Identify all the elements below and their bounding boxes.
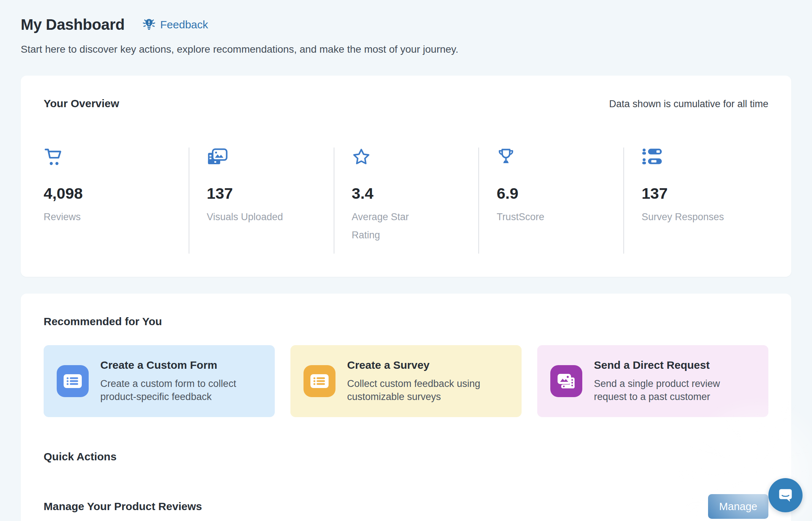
stat-value: 137 [207,185,325,202]
cart-icon [44,148,64,166]
page-header: My Dashboard Feedback Start here to [21,16,791,55]
star-icon [352,148,371,166]
lightbulb-feedback-icon [141,17,157,32]
stat-label: Visuals Uploaded [207,208,325,226]
stat-value: 137 [642,185,760,202]
film-image-icon [207,148,228,167]
form-list-icon [310,374,329,388]
tile-title: Send a Direct Request [594,359,739,371]
form-list-icon [63,374,82,388]
recommendation-tiles: Create a Custom Form Create a custom for… [44,345,768,417]
stat-trustscore: 6.9 TrustScore [478,148,623,254]
stat-label: Reviews [44,208,180,226]
stat-reviews: 4,098 Reviews [44,148,189,254]
stat-label: TrustScore [497,208,615,226]
dashboard-page: My Dashboard Feedback Start here to [0,0,812,521]
recommendations-card: Recommended for You Create a Custom [21,294,791,521]
overview-card: Your Overview Data shown is cumulative f… [21,76,791,277]
stat-value: 4,098 [44,185,180,202]
tile-create-survey[interactable]: Create a Survey Collect custom feedback … [290,345,522,417]
feedback-link[interactable]: Feedback [141,17,208,32]
page-subtitle: Start here to discover key actions, expl… [21,44,791,55]
tile-title: Create a Custom Form [100,359,246,371]
tile-description: Create a custom form to collect product-… [100,377,246,403]
trophy-icon [497,148,515,166]
manage-button[interactable]: Manage [708,494,768,519]
stat-average-star-rating: 3.4 Average Star Rating [334,148,479,254]
chat-bubble-icon [776,486,795,505]
tile-send-direct-request[interactable]: Send a Direct Request Send a single prod… [537,345,768,417]
stat-label: Average Star Rating [352,208,423,245]
overview-heading: Your Overview [44,97,119,110]
tile-description: Send a single product review request to … [594,377,739,403]
quick-actions-heading: Quick Actions [44,451,768,463]
poll-users-icon [642,148,663,167]
tile-create-custom-form[interactable]: Create a Custom Form Create a custom for… [44,345,275,417]
overview-note: Data shown is cumulative for all time [609,98,768,110]
stat-value: 3.4 [352,185,470,202]
stat-label: Survey Responses [642,208,760,226]
media-request-icon [557,372,576,390]
tile-title: Create a Survey [347,359,493,371]
manage-product-reviews-heading: Manage Your Product Reviews [44,500,202,513]
tile-description: Collect custom feedback using customizab… [347,377,493,403]
recommended-heading: Recommended for You [44,315,768,328]
feedback-link-label: Feedback [160,19,208,31]
manage-product-reviews-row: Manage Your Product Reviews Manage [44,494,768,519]
stat-visuals-uploaded: 137 Visuals Uploaded [189,148,334,254]
page-title: My Dashboard [21,16,125,33]
stats-row: 4,098 Reviews [44,148,768,254]
stat-value: 6.9 [497,185,615,202]
chat-launcher-button[interactable] [768,478,803,512]
stat-survey-responses: 137 Survey Responses [623,148,768,254]
